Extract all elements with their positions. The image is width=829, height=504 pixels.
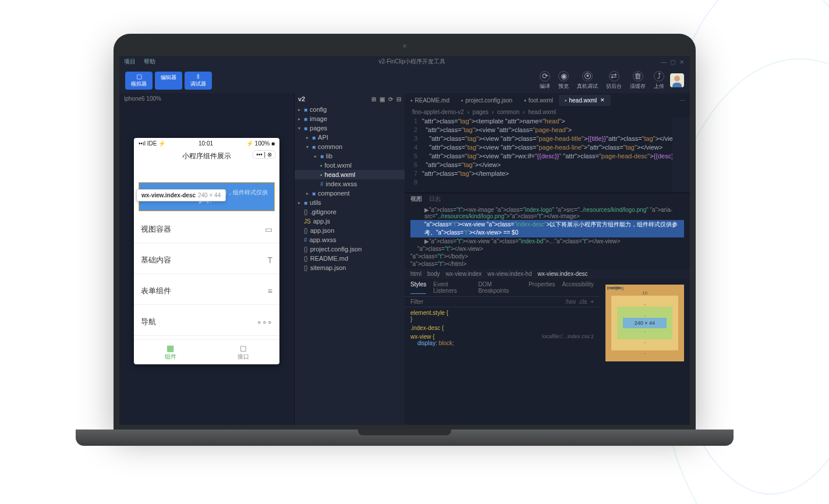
toolbar-btn-4[interactable]: 🗑清缓存: [630, 71, 646, 90]
breadcrumb-seg[interactable]: pages: [473, 109, 488, 115]
menubar: 项目 帮助 v2-FinClip小程序开发工具 — ▢ ✕: [119, 56, 690, 68]
file-explorer: v2 ⊞ ▣ ⟳ ⊟ ▸■config▸■image▾■pages▸■API▾■…: [294, 93, 405, 425]
editor-panel: ▪README.md▪project.config.json▪foot.wxml…: [405, 93, 690, 425]
styles-filter-input[interactable]: [410, 299, 565, 305]
sim-status-left: ••ıl IDE ⚡: [139, 140, 165, 147]
dom-tree[interactable]: ▶"a">class="t"><wx-image "a">class="inde…: [405, 205, 690, 269]
file-icon: ▪: [565, 97, 567, 104]
hov-toggle[interactable]: :hov: [565, 299, 576, 305]
styles-pane[interactable]: element.style {}.index-desc {</span></di…: [405, 307, 600, 425]
tree-node[interactable]: ▸■component: [295, 189, 405, 198]
window-title: v2-FinClip小程序开发工具: [164, 58, 661, 66]
box-model: margin 10 border - padding - 240 × 4: [600, 279, 690, 425]
file-icon: ▪: [461, 97, 463, 104]
new-file-icon[interactable]: ⊞: [371, 96, 376, 102]
tree-node[interactable]: ▪foot.wxml: [295, 161, 405, 170]
toolbar-btn-3[interactable]: ⇄切后台: [606, 71, 622, 90]
tree-node[interactable]: ▪head.wxml: [295, 170, 405, 179]
toolbar-pill-2[interactable]: ⫴调试器: [185, 72, 212, 90]
sim-list-item[interactable]: 视图容器▭: [134, 216, 279, 243]
tree-node[interactable]: {}sitemap.json: [295, 263, 405, 272]
toolbar-btn-0[interactable]: ⟳编译: [540, 71, 550, 90]
simulator-panel: iphone6 100% ••ıl IDE ⚡ 10:01 ⚡ 100% ■ 小…: [119, 93, 294, 425]
menu-project[interactable]: 项目: [124, 58, 136, 66]
sim-tab-1[interactable]: ◻接口: [207, 340, 279, 364]
sim-status-time: 10:01: [199, 140, 213, 147]
style-tab[interactable]: Event Listeners: [433, 281, 471, 294]
style-tab[interactable]: Styles: [410, 281, 426, 294]
toolbar-pill-0[interactable]: ▢模拟器: [125, 72, 153, 90]
sim-tab-0[interactable]: ▦组件: [134, 340, 207, 364]
tree-node[interactable]: ▸■config: [295, 105, 405, 114]
breadcrumb-seg[interactable]: fino-applet-demo-v2: [412, 109, 464, 115]
avatar[interactable]: [670, 73, 684, 87]
style-tab[interactable]: DOM Breakpoints: [478, 281, 522, 294]
toolbar: ▢模拟器编辑器⫴调试器 ⟳编译◉预览⦿真机调试⇄切后台🗑清缓存⤴上传: [119, 68, 690, 93]
simulator-device: ••ıl IDE ⚡ 10:01 ⚡ 100% ■ 小程序组件展示 ••• | …: [134, 138, 279, 364]
file-icon: ▪: [410, 97, 413, 104]
breadcrumb-seg[interactable]: common: [497, 109, 519, 115]
tree-node[interactable]: {}README.md: [295, 254, 405, 263]
devtab-view[interactable]: 视图: [410, 195, 422, 203]
editor-breadcrumb: fino-applet-demo-v2 › pages › common › h…: [405, 107, 690, 117]
tree-node[interactable]: {}app.json: [295, 226, 405, 235]
sim-list-item[interactable]: 表单组件≡: [134, 278, 279, 305]
sim-app-title: 小程序组件展示 ••• | ⊗: [134, 149, 279, 164]
devtab-log[interactable]: 日志: [429, 195, 441, 203]
toolbar-pill-1[interactable]: 编辑器: [155, 72, 182, 90]
dom-crumb-seg[interactable]: body: [427, 271, 440, 277]
editor-tab[interactable]: ▪project.config.json: [455, 95, 518, 106]
tree-node[interactable]: ▸■utils: [295, 198, 405, 207]
tree-node[interactable]: ▾■pages: [295, 123, 405, 133]
tree-node[interactable]: JSapp.js: [295, 216, 405, 226]
app-window: 项目 帮助 v2-FinClip小程序开发工具 — ▢ ✕ ▢模拟器编辑器⫴调试…: [119, 56, 690, 425]
inspect-tooltip: wx-view.index-desc240 × 44: [136, 189, 226, 201]
devtools: 视图 日志 ▶"a">class="t"><wx-image "a">class…: [405, 193, 690, 425]
style-tab[interactable]: Accessibility: [562, 281, 594, 294]
sim-capsule[interactable]: ••• | ⊗: [252, 150, 276, 159]
window-maximize[interactable]: ▢: [670, 59, 676, 65]
style-tab[interactable]: Properties: [529, 281, 555, 294]
file-icon: ▪: [524, 97, 526, 104]
new-folder-icon[interactable]: ▣: [380, 96, 385, 102]
sim-list-item[interactable]: 导航∘∘∘: [134, 308, 279, 336]
editor-tab[interactable]: ▪README.md: [405, 95, 455, 106]
editor-tab[interactable]: ▪foot.wxml: [518, 95, 559, 106]
refresh-icon[interactable]: ⟳: [388, 96, 393, 102]
dom-crumb-seg[interactable]: wx-view.index: [446, 271, 482, 277]
cls-toggle[interactable]: .cls: [578, 299, 587, 305]
close-icon[interactable]: ✕: [600, 97, 605, 103]
sim-list-item[interactable]: 基础内容T: [134, 247, 279, 274]
tree-node[interactable]: ▸■lib: [295, 151, 405, 161]
tree-node[interactable]: {}.gitignore: [295, 207, 405, 216]
dom-crumb-seg[interactable]: wx-view.index-hd: [487, 271, 532, 277]
simulator-device-label: iphone6 100%: [119, 93, 294, 104]
sim-status-right: ⚡ 100% ■: [246, 140, 275, 147]
window-minimize[interactable]: —: [661, 59, 667, 65]
dom-crumb-seg[interactable]: html: [410, 271, 421, 277]
window-close[interactable]: ✕: [679, 59, 685, 65]
tree-node[interactable]: {}project.config.json: [295, 244, 405, 254]
editor-tabs: ▪README.md▪project.config.json▪foot.wxml…: [405, 93, 690, 107]
minimap[interactable]: [672, 117, 690, 193]
tree-root-label[interactable]: v2: [298, 95, 305, 102]
dom-crumb-seg[interactable]: wx-view.index-desc: [537, 271, 587, 277]
toolbar-btn-5[interactable]: ⤴上传: [654, 71, 664, 90]
add-rule-button[interactable]: +: [590, 299, 594, 305]
laptop-frame: 项目 帮助 v2-FinClip小程序开发工具 — ▢ ✕ ▢模拟器编辑器⫴调试…: [96, 34, 713, 452]
dom-breadcrumb[interactable]: htmlbodywx-view.indexwx-view.index-hdwx-…: [405, 269, 690, 279]
toolbar-btn-1[interactable]: ◉预览: [558, 71, 569, 90]
tree-node[interactable]: ▾■common: [295, 142, 405, 151]
code-editor[interactable]: 12345678 "attr">class="tag"><template "a…: [405, 117, 690, 193]
tree-node[interactable]: ▸■image: [295, 114, 405, 123]
editor-more-icon[interactable]: ⋯: [675, 97, 690, 104]
laptop-camera: [403, 44, 406, 48]
collapse-icon[interactable]: ⊟: [396, 96, 401, 102]
tree-node[interactable]: #app.wxss: [295, 235, 405, 244]
tree-node[interactable]: ▸■API: [295, 133, 405, 142]
breadcrumb-seg[interactable]: head.wxml: [528, 109, 556, 115]
menu-help[interactable]: 帮助: [144, 58, 155, 66]
toolbar-btn-2[interactable]: ⦿真机调试: [577, 71, 598, 90]
editor-tab[interactable]: ▪head.wxml✕: [559, 95, 611, 106]
tree-node[interactable]: #index.wxss: [295, 179, 405, 189]
